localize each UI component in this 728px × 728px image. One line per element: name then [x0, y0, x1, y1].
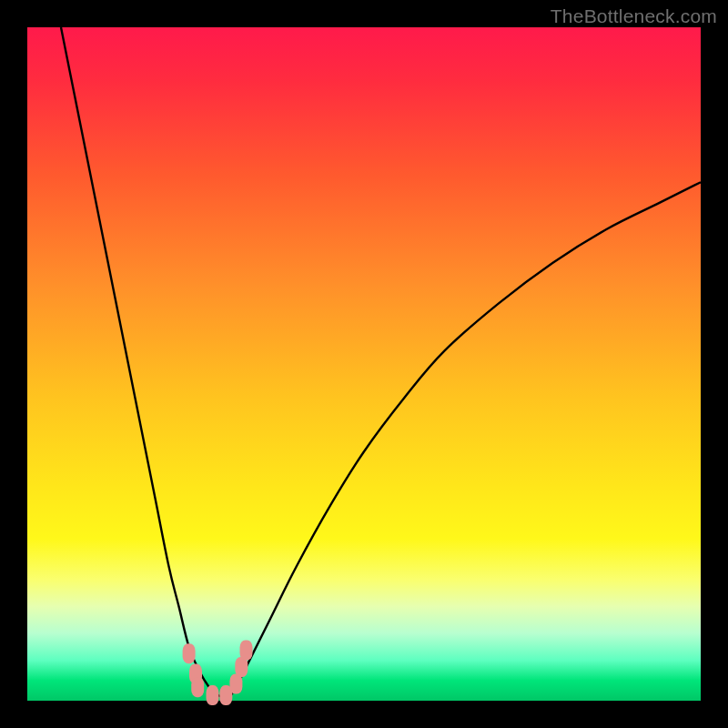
- curve-right-arm: [229, 182, 701, 697]
- trough-marker: [191, 677, 204, 697]
- curve-left-arm: [61, 27, 223, 697]
- chart-svg: [27, 27, 701, 701]
- trough-markers: [183, 641, 253, 706]
- trough-marker: [240, 641, 253, 661]
- watermark-text: TheBottleneck.com: [551, 5, 717, 27]
- trough-marker: [207, 685, 219, 705]
- plot-area: [27, 27, 701, 701]
- chart-frame: TheBottleneck.com: [0, 0, 728, 728]
- trough-marker: [183, 643, 196, 663]
